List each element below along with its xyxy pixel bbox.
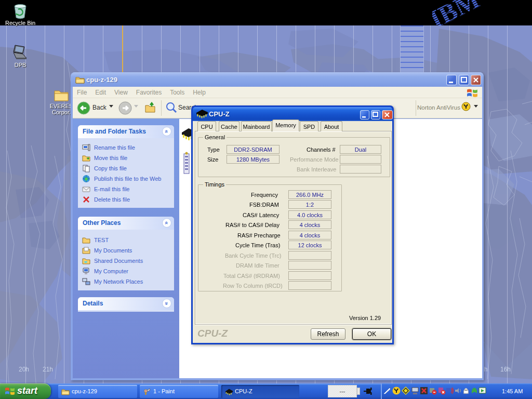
svg-text:IBM: IBM — [432, 0, 484, 25]
